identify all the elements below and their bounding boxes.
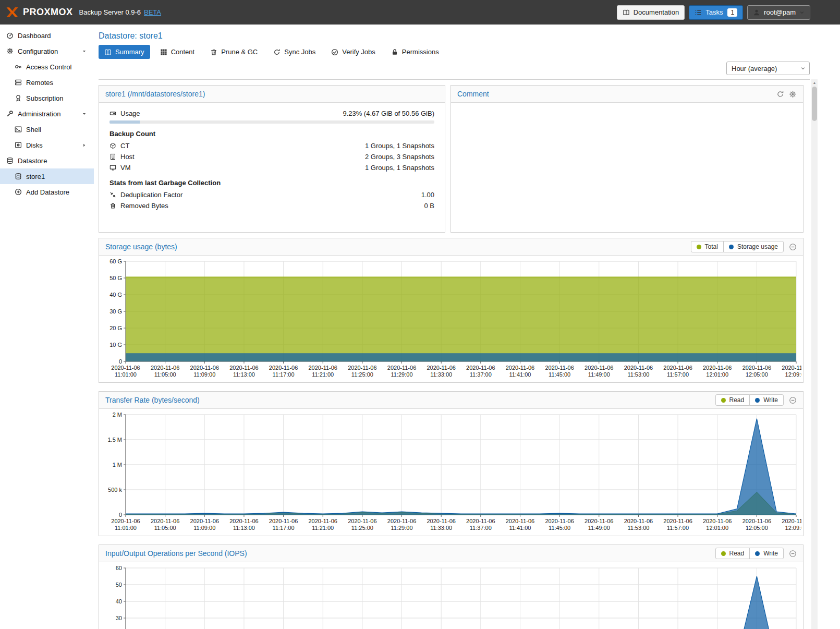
legend-write[interactable]: Write [749,394,784,406]
tasks-count-badge: 1 [727,8,737,17]
chart-legend: ReadWrite [715,548,784,559]
svg-text:60: 60 [116,565,122,571]
sidebar-item-datastore[interactable]: Datastore [0,153,94,168]
panel-title: Comment [457,90,489,98]
trash-icon [210,49,217,56]
svg-text:2020-11-06: 2020-11-06 [545,518,574,524]
tab-prune-gc[interactable]: Prune & GC [204,45,263,59]
svg-text:40 G: 40 G [109,292,122,298]
sidebar-item-label: Access Control [26,63,71,71]
tab-content[interactable]: Content [154,45,201,59]
user-menu-button[interactable]: root@pam [747,5,810,20]
sidebar-item-shell[interactable]: Shell [0,122,94,137]
svg-text:2020-11-06: 2020-11-06 [229,518,258,524]
beta-link[interactable]: BETA [144,8,161,16]
svg-text:2020-11-06: 2020-11-06 [663,365,692,371]
svg-text:2020-11-06: 2020-11-06 [703,365,732,371]
svg-text:2020-11-06: 2020-11-06 [585,518,613,524]
legend-total[interactable]: Total [691,241,724,252]
svg-text:11:13:00: 11:13:00 [233,371,255,378]
row-value: 1.00 [421,191,434,199]
grid-icon [160,49,167,56]
panels-area: store1 (/mnt/datastores/store1) Usage9.2… [99,85,804,629]
svg-text:2020-11-06: 2020-11-06 [782,518,801,524]
svg-text:2020-11-06: 2020-11-06 [742,518,771,524]
page-title: Datastore: store1 [99,31,840,41]
vm-row: VM1 Groups, 1 Snapshots [109,163,434,173]
caret-down-icon[interactable] [82,49,87,54]
tab-verify-jobs[interactable]: Verify Jobs [325,45,381,59]
row-label: Deduplication Factor [120,191,182,199]
sidebar-item-store1[interactable]: store1 [0,168,94,184]
svg-text:12:09:00: 12:09:00 [785,525,801,531]
datastore-summary-header: store1 (/mnt/datastores/store1) [99,86,445,103]
svg-text:2020-11-06: 2020-11-06 [229,365,258,371]
usage-progress-fill [109,120,140,124]
caret-down-icon[interactable] [82,112,87,116]
sidebar-item-dashboard[interactable]: Dashboard [0,28,94,43]
chart-legend: TotalStorage usage [691,241,784,252]
svg-text:11:01:00: 11:01:00 [115,525,137,531]
sidebar-item-subscription[interactable]: Subscription [0,90,94,106]
product-version: Backup Server 0.9-6 [79,8,141,16]
wrench-icon [6,110,14,117]
legend-dot [729,245,734,249]
refresh-icon[interactable] [776,90,784,98]
legend-read[interactable]: Read [715,548,750,559]
svg-text:10 G: 10 G [109,342,122,348]
svg-text:2020-11-06: 2020-11-06 [387,518,416,524]
legend-read[interactable]: Read [715,394,750,406]
svg-text:2020-11-06: 2020-11-06 [545,365,574,371]
chart-title: Transfer Rate (bytes/second) [105,396,200,404]
chart-legend: ReadWrite [715,394,784,406]
svg-text:11:05:00: 11:05:00 [154,525,176,531]
collapse-icon[interactable] [789,243,797,251]
svg-text:12:01:00: 12:01:00 [706,525,728,531]
timeframe-select[interactable]: Hour (average) [726,62,810,75]
gauge-icon [6,32,14,39]
plus-icon [15,188,22,196]
sidebar-item-add-datastore[interactable]: Add Datastore [0,184,94,200]
row-value: 1 Groups, 1 Snapshots [365,164,434,172]
tasks-button[interactable]: Tasks 1 [689,5,743,20]
documentation-button[interactable]: Documentation [617,5,685,20]
caret-right-icon[interactable] [82,143,87,148]
svg-text:11:33:00: 11:33:00 [430,371,452,378]
legend-label: Storage usage [737,243,778,250]
sidebar-item-configuration[interactable]: Configuration [0,43,94,59]
vertical-scrollbar[interactable]: ▲ [811,79,818,629]
comment-content[interactable] [451,103,803,232]
collapse-icon[interactable] [789,550,797,558]
chart-title: Input/Output Operations per Second (IOPS… [105,549,247,558]
row-label: CT [120,142,129,150]
scrollbar-thumb[interactable] [812,87,817,121]
sidebar-item-remotes[interactable]: Remotes [0,75,94,90]
comment-header: Comment [451,86,803,103]
svg-text:0: 0 [119,512,122,518]
svg-text:11:25:00: 11:25:00 [351,371,373,378]
sidebar-item-access-control[interactable]: Access Control [0,59,94,75]
svg-text:11:21:00: 11:21:00 [312,525,334,531]
sidebar-item-administration[interactable]: Administration [0,106,94,122]
sidebar-item-label: Configuration [18,47,58,55]
legend-dot [755,551,760,556]
building-icon [109,153,116,160]
sidebar-item-disks[interactable]: Disks [0,137,94,153]
svg-text:11:29:00: 11:29:00 [391,371,413,378]
lock-icon [391,49,398,56]
tab-permissions[interactable]: Permissions [385,45,445,59]
svg-text:11:21:00: 11:21:00 [312,371,334,378]
collapse-icon[interactable] [789,396,797,404]
tab-summary[interactable]: Summary [99,45,150,59]
trash-icon [109,202,116,209]
gear-icon[interactable] [789,90,797,98]
legend-write[interactable]: Write [749,548,784,559]
svg-text:2020-11-06: 2020-11-06 [151,518,179,524]
svg-text:2020-11-06: 2020-11-06 [466,518,495,524]
chart-panels: Storage usage (bytes)TotalStorage usage0… [99,238,804,629]
legend-storage-usage[interactable]: Storage usage [723,241,784,252]
tab-sync-jobs[interactable]: Sync Jobs [267,45,321,59]
ct-row: CT1 Groups, 1 Snapshots [109,141,434,151]
backup-count-heading: Backup Count [109,130,434,138]
scroll-up-arrow-icon[interactable]: ▲ [811,79,818,86]
